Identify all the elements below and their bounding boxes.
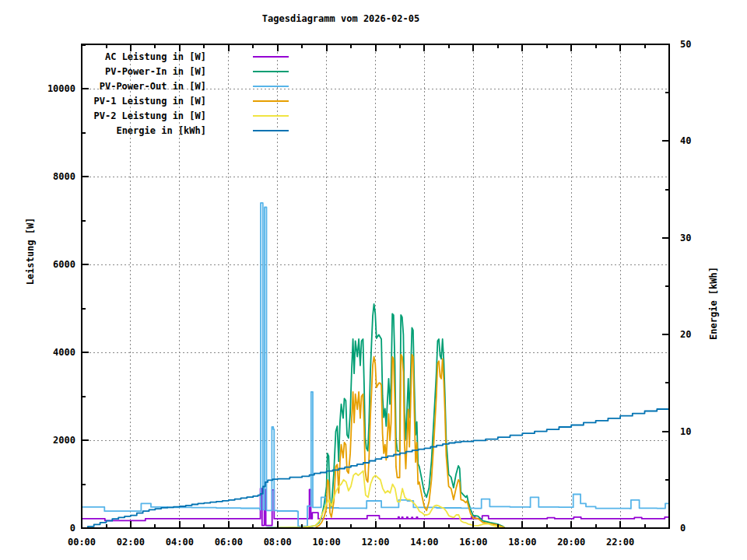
x-tick-label: 04:00	[166, 537, 194, 548]
x-tick-label: 00:00	[68, 537, 96, 548]
x-tick-label: 12:00	[361, 537, 389, 548]
legend-item-pv-power-in-in-w: PV-Power-In in [W]	[105, 66, 289, 77]
legend-item-pv-1-leistung-in-w: PV-1 Leistung in [W]	[94, 96, 289, 107]
legend-label: PV-Power-Out in [W]	[100, 81, 206, 92]
y2-tick-label: 0	[680, 523, 686, 534]
y2-tick-label: 50	[680, 39, 691, 50]
legend-item-pv-2-leistung-in-w: PV-2 Leistung in [W]	[94, 110, 289, 121]
plot-area: 00:0002:0004:0006:0008:0010:0012:0014:00…	[0, 0, 747, 560]
legend-label: PV-Power-In in [W]	[105, 66, 206, 77]
x-tick-label: 14:00	[410, 537, 438, 548]
legend-label: PV-1 Leistung in [W]	[94, 96, 207, 107]
x-tick-label: 02:00	[117, 537, 145, 548]
y-tick-label: 0	[70, 523, 75, 534]
legend-label: PV-2 Leistung in [W]	[94, 110, 207, 121]
y-tick-label: 4000	[53, 347, 75, 358]
x-tick-label: 22:00	[606, 537, 634, 548]
legend: AC Leistung in [W]PV-Power-In in [W]PV-P…	[94, 51, 289, 136]
y-tick-label: 2000	[53, 435, 75, 446]
y2-tick-label: 20	[680, 329, 691, 340]
x-tick-label: 06:00	[215, 537, 243, 548]
legend-item-ac-leistung-in-w: AC Leistung in [W]	[105, 51, 289, 62]
legend-item-energie-in-kwh: Energie in [kWh]	[116, 125, 289, 136]
y-tick-label: 10000	[47, 83, 75, 94]
y2-tick-label: 10	[680, 426, 691, 437]
y2-tick-label: 40	[680, 135, 691, 146]
x-tick-label: 08:00	[264, 537, 292, 548]
legend-label: Energie in [kWh]	[116, 125, 206, 136]
x-tick-label: 10:00	[313, 537, 341, 548]
y2-tick-label: 30	[680, 233, 691, 243]
legend-item-pv-power-out-in-w: PV-Power-Out in [W]	[100, 81, 289, 92]
y-tick-label: 6000	[53, 259, 75, 270]
x-tick-label: 18:00	[508, 537, 536, 548]
y-tick-label: 8000	[53, 171, 75, 182]
legend-label: AC Leistung in [W]	[105, 51, 206, 62]
x-tick-label: 16:00	[459, 537, 487, 548]
x-tick-label: 20:00	[557, 537, 585, 548]
series-energie-in-kwh	[82, 408, 669, 529]
